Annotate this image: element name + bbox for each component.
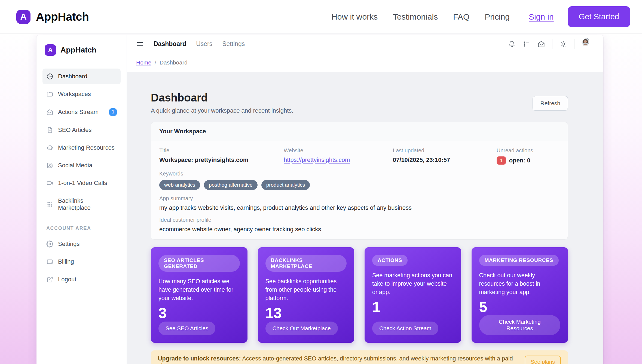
sidebar-item-label: Backlinks Marketplace <box>58 197 117 211</box>
field-label: Title <box>159 147 278 154</box>
contact-card-icon <box>46 162 53 169</box>
sidebar-item-logout[interactable]: Logout <box>42 272 121 287</box>
sidebar-item-label: SEO Articles <box>58 127 91 134</box>
sidebar-item-social-media[interactable]: Social Media <box>42 158 121 173</box>
sun-icon[interactable] <box>560 40 567 48</box>
breadcrumb: Home / Dashboard <box>127 53 603 72</box>
stat-value: 13 <box>265 305 347 321</box>
menu-icon[interactable] <box>136 40 144 48</box>
see-plans-button[interactable]: See plans <box>525 356 561 364</box>
sidebar-item-billing[interactable]: Billing <box>42 254 121 270</box>
last-updated-value: 07/10/2025, 23:10:57 <box>393 156 491 164</box>
divider <box>552 39 552 49</box>
video-camera-icon <box>46 180 53 187</box>
sidebar-item-seo-articles[interactable]: SEO Articles <box>42 122 121 138</box>
app-main: Dashboard Users Settings Home <box>127 35 603 364</box>
logout-icon <box>46 276 53 283</box>
sidebar-item-label: Logout <box>58 276 76 283</box>
marketing-header: A AppHatch How it works Testimonials FAQ… <box>0 0 642 34</box>
bell-icon[interactable] <box>508 40 516 48</box>
sidebar-item-label: Social Media <box>58 162 92 169</box>
sidebar-item-workspaces[interactable]: Workspaces <box>42 86 121 102</box>
actions-stream-badge: 1 <box>109 108 117 116</box>
sidebar-brand[interactable]: A AppHatch <box>42 42 121 63</box>
field-website: Website https://prettyinsights.com <box>284 147 387 165</box>
stat-card-actions: ACTIONS See marketing actions you can ta… <box>365 247 461 343</box>
workspace-title-value: Workspace: prettyinsights.com <box>159 156 278 164</box>
sidebar-logo-icon: A <box>45 44 56 56</box>
auth-area: Sign in Get Started <box>529 6 630 27</box>
sidebar-section-label: ACCOUNT AREA <box>42 226 121 231</box>
sidebar-item-marketing-resources[interactable]: Marketing Resources <box>42 140 121 156</box>
sidebar-item-label: 1-on-1 Video Calls <box>58 180 107 187</box>
stat-badge: SEO ARTICLES GENERATED <box>158 255 240 272</box>
sidebar-item-dashboard[interactable]: Dashboard <box>42 69 121 84</box>
hero-section: A AppHatch Dashboard Workspaces Actions … <box>0 34 642 364</box>
field-label: App summary <box>159 195 560 202</box>
tab-users[interactable]: Users <box>196 40 212 48</box>
avatar[interactable] <box>582 38 594 50</box>
field-label: Last updated <box>393 147 491 154</box>
avatar-image <box>582 38 589 45</box>
breadcrumb-home-link[interactable]: Home <box>136 59 151 66</box>
sidebar-item-label: Marketing Resources <box>58 144 115 151</box>
upgrade-banner: Upgrade to unlock resources: Access auto… <box>151 350 568 364</box>
sign-in-link[interactable]: Sign in <box>529 12 554 21</box>
nav-how-it-works[interactable]: How it works <box>331 12 378 21</box>
refresh-button[interactable]: Refresh <box>533 96 568 111</box>
sidebar-brand-name: AppHatch <box>60 46 96 54</box>
app-screenshot-frame: A AppHatch Dashboard Workspaces Actions … <box>36 35 603 364</box>
nav-testimonials[interactable]: Testimonials <box>393 12 438 21</box>
tab-dashboard[interactable]: Dashboard <box>154 40 186 48</box>
stat-card-seo-articles: SEO ARTICLES GENERATED How many SEO arti… <box>151 247 247 343</box>
folder-icon <box>46 91 53 98</box>
gear-icon <box>46 240 53 248</box>
sidebar-item-label: Workspaces <box>58 91 91 98</box>
stat-value: 3 <box>158 305 240 321</box>
nav-pricing[interactable]: Pricing <box>485 12 510 21</box>
see-seo-articles-button[interactable]: See SEO Articles <box>158 322 215 335</box>
field-last-updated: Last updated 07/10/2025, 23:10:57 <box>393 147 491 165</box>
check-out-marketplace-button[interactable]: Check Out Marketplace <box>265 322 338 335</box>
get-started-button[interactable]: Get Started <box>568 6 630 27</box>
credit-card-icon <box>46 258 53 265</box>
workspace-card-body: Title Workspace: prettyinsights.com Webs… <box>151 141 568 239</box>
divider <box>574 39 574 49</box>
breadcrumb-current: Dashboard <box>160 59 188 66</box>
brand-logo-icon: A <box>16 10 30 24</box>
stat-description: See marketing actions you can take to im… <box>372 271 454 297</box>
dashboard-content: Dashboard A quick glance at your workspa… <box>127 72 603 364</box>
stat-description: Check out our weekly resources for a boo… <box>479 271 561 297</box>
nav-faq[interactable]: FAQ <box>453 12 469 21</box>
tab-settings[interactable]: Settings <box>222 40 245 48</box>
workspace-card-title: Your Workspace <box>151 122 568 141</box>
keyword-chip: posthog alternative <box>204 180 258 190</box>
envelope-icon[interactable] <box>537 40 545 48</box>
sidebar-item-label: Billing <box>58 258 74 265</box>
field-label: Keywords <box>159 171 560 177</box>
stat-card-marketing-resources: MARKETING RESOURCES Check out our weekly… <box>472 247 568 343</box>
stat-badge: BACKLINKS MARKETPLACE <box>265 255 347 272</box>
field-keywords: Keywords web analytics posthog alternati… <box>159 171 560 190</box>
breadcrumb-separator: / <box>155 59 156 66</box>
sidebar-item-backlinks-marketplace[interactable]: Backlinks Marketplace <box>42 193 121 216</box>
sidebar-item-video-calls[interactable]: 1-on-1 Video Calls <box>42 175 121 191</box>
stat-badge: MARKETING RESOURCES <box>479 255 559 266</box>
brand[interactable]: A AppHatch <box>16 10 89 24</box>
sidebar-item-actions-stream[interactable]: Actions Stream 1 <box>42 104 121 120</box>
sidebar-item-label: Settings <box>58 240 80 248</box>
check-marketing-resources-button[interactable]: Check Marketing Resources <box>479 315 561 335</box>
upgrade-banner-lead: Upgrade to unlock resources: <box>158 355 241 362</box>
field-app-summary: App summary my app tracks website visits… <box>159 195 560 211</box>
checklist-icon[interactable] <box>523 40 530 48</box>
upgrade-banner-text: Upgrade to unlock resources: Access auto… <box>158 355 518 364</box>
topbar-icons <box>508 38 594 50</box>
field-label: Unread actions <box>497 147 560 154</box>
website-link[interactable]: https://prettyinsights.com <box>284 156 387 164</box>
app-topbar: Dashboard Users Settings <box>127 35 603 53</box>
sidebar-item-settings[interactable]: Settings <box>42 236 121 252</box>
sidebar-item-label: Actions Stream <box>58 109 99 116</box>
gauge-icon <box>46 73 53 80</box>
check-action-stream-button[interactable]: Check Action Stream <box>372 322 438 335</box>
unread-count-badge: 1 <box>497 156 506 165</box>
